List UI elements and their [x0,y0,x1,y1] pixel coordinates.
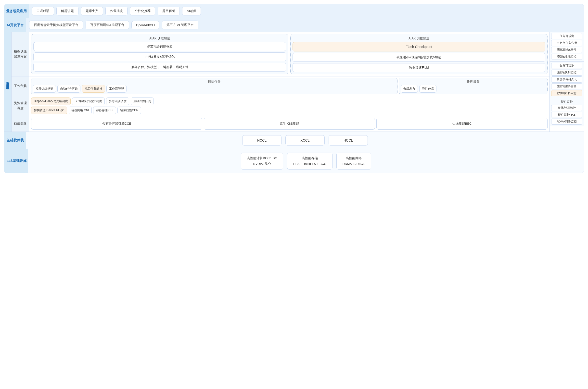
iaas-c0-l2: NVDIA /昆仑 [247,161,277,166]
model-left-chip-0: 多芯混合训练框架 [33,42,286,51]
model-left-chip-2: 兼容多种开源模型，一键部署，透明加速 [33,63,286,71]
rs-g1-item0: 任务可观测 [551,33,582,39]
base-chip-1: XCCL [285,135,325,146]
resource-row1: Binpack/Gang/优先级调度 卡/网络拓扑感知调度 多芯混训调度 层级弹… [31,97,548,105]
biz-item-2: 题库生产 [81,7,103,15]
resource-label: 资源管理 调度 [11,96,29,116]
iaas-chip-1: 高性能存储 PFS、Rapid FS + BOS [287,153,332,169]
cloud-inner: 模型训练 加速方案 AIAK 训推加速 多芯混合训练框架 并行& [11,32,584,131]
model-content: AIAK 训推加速 多芯混合训练框架 并行&显存&算子优化 兼容多种开源模型，一… [29,32,550,76]
rs-g2-orange: 故障感知&自愈 [551,90,582,96]
rs-g2-item0: 集群可观测 [551,63,582,69]
rs-g1-item2: 训练日志&事件 [551,47,582,53]
rs-g1-item1: 自定义任务告警 [551,40,582,46]
base-chip-0: NCCL [242,135,282,146]
model-left-chips2: 并行&显存&算子优化 [33,52,286,61]
model-right-box: AIAK 训推加速 Flash Checkpoint 镜像缓存&预输&按需加载&… [290,34,548,74]
k8s-chip-2: 边缘集群BEC [376,118,548,130]
training-chip-3: 工作流管理 [107,85,127,93]
resource-section: 资源管理 调度 Binpack/Gang/优先级调度 卡/网络拓扑感知调度 多芯… [11,96,550,116]
iaas-content: 高性能计算BCC/EBC NVDIA /昆仑 高性能存储 PFS、Rapid F… [28,149,584,173]
model-right-chips3: 数据加速Fluid [293,63,545,72]
ai-label: AI开发平台 [4,18,26,32]
iaas-c1-l1: 高性能存储 [293,155,326,161]
rs-group1: 任务可观测 自定义任务告警 训练日志&事件 资源&性能监控 [550,32,584,62]
k8s-chip-1: 原生 K8S集群 [204,118,375,130]
workload-inner: 训练任务 多种训练框架 自动任务容错 混芯任务编排 工作流管理 推 [29,76,550,96]
biz-item-5: 题目解析 [158,7,180,15]
ai-item-3: 第三方 AI 管理平台 [162,21,198,29]
resource-r1-0: Binpack/Gang/优先级调度 [31,97,71,105]
iaas-chip-0: 高性能计算BCC/EBC NVDIA /昆仑 [241,153,283,169]
workload-label: 工作负载 [11,76,29,96]
ai-row: AI开发平台 百度智能云千帆大模型开发平台 百度百舸训练&推理平台 OpenAP… [4,18,584,32]
model-two-col: AIAK 训推加速 多芯混合训练框架 并行&显存&算子优化 兼容多种开源模型，一… [31,34,548,74]
model-right-chips: Flash Checkpoint [293,42,545,51]
rs-g2-item3: 集群巡检&告警 [551,83,582,89]
inference-box: 推理服务 分级发布 弹性伸缩 [399,78,548,94]
iaas-c1-l2: PFS、Rapid FS + BOS [293,161,326,166]
training-chip-2: 混芯任务编排 [82,85,105,93]
right-sidebar: 任务可观测 自定义任务告警 训练日志&事件 资源&性能监控 集群可观测 集群&队… [550,32,584,131]
rs-g1-item3: 资源&性能监控 [551,54,582,60]
biz-item-0: 口语对话 [32,7,54,15]
flash-checkpoint: Flash Checkpoint [293,42,545,51]
model-left-chips3: 兼容多种开源模型，一键部署，透明加速 [33,63,286,71]
resource-r1-3: 层级弹性队列 [131,97,154,105]
ai-item-2: OpenAPI/CLI [131,21,160,29]
training-chip-1: 自动任务容错 [57,85,80,93]
training-chips: 多种训练框架 自动任务容错 混芯任务编排 工作流管理 [33,85,396,93]
k8s-chip-0: 公有云容器引擎CCE [31,118,202,130]
model-right-chips2: 镜像缓存&预输&按需加载&加速 [293,53,545,62]
model-label: 模型训练 加速方案 [11,32,29,76]
workload-section: 工作负载 训练任务 多种训练框架 自动任务容错 混芯任务编排 工作流管理 [11,76,550,96]
rs-group2: 集群可观测 集群&队列监控 集群事件持久化 集群巡检&告警 故障感知&自愈 [550,62,584,98]
base-row: 基础软件栈 NCCL XCCL HCCL [4,132,584,149]
cloud-label: 百度百舸云原生集群 [4,32,11,131]
resource-r1-1: 卡/网络拓扑感知调度 [72,97,105,105]
rs-g2-item2: 集群事件持久化 [551,76,582,83]
ai-content: 百度智能云千帆大模型开发平台 百度百舸训练&推理平台 OpenAPI/CLI 第… [26,18,584,32]
iaas-chip-2: 高性能网络 RDMA IB/RoCE [336,153,371,169]
iaas-c2-l2: RDMA IB/RoCE [343,161,365,166]
resource-r2-3: 镜像残酷CCR [117,107,141,114]
middle-section: 模型训练 加速方案 AIAK 训推加速 多芯混合训练框架 并行& [11,32,550,131]
training-chip-0: 多种训练框架 [33,85,56,93]
rs-group3: 硬件监控 存储/计算监控 硬件监控HAS RDMA网络监控 [550,98,584,127]
model-section: 模型训练 加速方案 AIAK 训推加速 多芯混合训练框架 并行& [11,32,550,76]
resource-r1-2: 多芯混训调度 [106,97,129,105]
biz-item-4: 个性化推荐 [130,7,155,15]
model-left-chip-1: 并行&显存&算子优化 [33,52,286,61]
inference-chip-1: 弹性伸缩 [419,85,437,93]
inference-chip-0: 分级发布 [401,85,418,93]
iaas-row: IaaS基础设施 高性能计算BCC/EBC NVDIA /昆仑 高性能存储 PF… [4,149,584,173]
cloud-row: 百度百舸云原生集群 模型训练 加速方案 AIAK 训推加速 [4,32,584,132]
base-content: NCCL XCCL HCCL [26,132,584,149]
base-chip-2: HCCL [329,135,368,146]
biz-item-3: 作业批改 [106,7,127,15]
model-right-chip-0: 镜像缓存&预输&按需加载&加速 [293,53,545,62]
k8s-label: K8S集群 [11,116,29,131]
resource-r2-0: 异构资源 Device Plugin [31,107,67,114]
training-box: 训练任务 多种训练框架 自动任务容错 混芯任务编排 工作流管理 [31,78,398,94]
biz-item-6: AI老师 [182,7,201,15]
model-left-box: AIAK 训推加速 多芯混合训练框架 并行&显存&算子优化 兼容多种开源模型，一… [31,34,288,74]
model-left-chips: 多芯混合训练框架 [33,42,286,51]
biz-row: 业务场景应用 口语对话 解题讲题 题库生产 作业批改 个性化推荐 题目解析 AI… [4,4,584,18]
training-header: 训练任务 [33,80,396,84]
model-right-chip-1: 数据加速Fluid [293,63,545,72]
workload-row: 训练任务 多种训练框架 自动任务容错 混芯任务编排 工作流管理 推 [31,78,548,94]
inference-chips: 分级发布 弹性伸缩 [401,85,546,93]
biz-content: 口语对话 解题讲题 题库生产 作业批改 个性化推荐 题目解析 AI老师 [29,4,584,18]
ai-item-1: 百度百舸训练&推理平台 [86,21,129,29]
resource-r2-2: 容器存储 CSI [93,107,116,114]
biz-label: 业务场景应用 [4,4,29,18]
k8s-section: K8S集群 公有云容器引擎CCE 原生 K8S集群 边缘集群BEC [11,116,550,131]
main-container: 业务场景应用 口语对话 解题讲题 题库生产 作业批改 个性化推荐 题目解析 AI… [4,4,584,173]
resource-row2: 异构资源 Device Plugin 容器网络 CNI 容器存储 CSI 镜像残… [31,107,548,114]
rs-g2-item1: 集群&队列监控 [551,69,582,76]
resource-r2-1: 容器网络 CNI [69,107,92,114]
iaas-label: IaaS基础设施 [4,149,28,173]
biz-item-1: 解题讲题 [56,7,78,15]
resource-inner: Binpack/Gang/优先级调度 卡/网络拓扑感知调度 多芯混训调度 层级弹… [29,96,550,116]
